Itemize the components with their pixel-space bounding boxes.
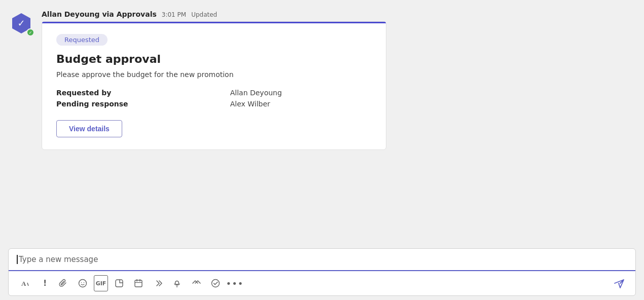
priority-icon[interactable]: ! [36, 275, 52, 291]
pending-response-label: Pending response [56, 100, 218, 108]
compose-area: Type a new message A ! GIF [8, 248, 636, 296]
svg-line-3 [27, 283, 28, 286]
svg-point-5 [79, 280, 87, 287]
svg-text:A: A [21, 280, 26, 287]
compose-toolbar: A ! GIF ••• [9, 271, 635, 295]
view-details-button[interactable]: View details [56, 120, 122, 137]
send-button[interactable] [611, 275, 627, 291]
svg-point-7 [84, 282, 85, 283]
loop-icon[interactable] [150, 275, 166, 291]
message-updated: Updated [191, 11, 217, 18]
sender-name: Allan Deyoung via Approvals [42, 10, 157, 18]
svg-point-15 [212, 280, 220, 287]
emoji-icon[interactable] [75, 275, 91, 291]
svg-point-6 [81, 282, 82, 283]
svg-rect-8 [116, 280, 123, 287]
requested-by-value: Allan Deyoung [230, 89, 372, 97]
card-title: Budget approval [56, 53, 372, 65]
online-badge [26, 28, 34, 36]
svg-text:✓: ✓ [17, 18, 25, 28]
card-description: Please approve the budget for the new pr… [56, 70, 372, 79]
requested-by-label: Requested by [56, 89, 218, 97]
svg-point-13 [175, 281, 179, 285]
sticker-icon[interactable] [111, 275, 127, 291]
gif-icon[interactable]: GIF [94, 275, 108, 291]
sender-avatar: ✓ [10, 12, 34, 36]
more-options-icon[interactable]: ••• [227, 275, 243, 291]
message-time: 3:01 PM [162, 11, 186, 18]
attach-icon[interactable] [55, 275, 71, 291]
compose-input-row[interactable]: Type a new message [9, 249, 635, 271]
schedule-icon[interactable] [130, 275, 147, 291]
card-accent-border [42, 22, 386, 23]
svg-rect-9 [135, 280, 142, 287]
stream-icon[interactable] [188, 275, 204, 291]
audio-icon[interactable] [169, 275, 185, 291]
message-header: Allan Deyoung via Approvals 3:01 PM Upda… [42, 10, 634, 18]
status-badge: Requested [56, 34, 108, 46]
pending-response-value: Alex Wilber [230, 100, 372, 108]
card-meta: Requested by Allan Deyoung Pending respo… [56, 89, 372, 108]
text-cursor [17, 255, 18, 264]
approval-card: Requested Budget approval Please approve… [42, 21, 386, 150]
svg-text:!: ! [43, 279, 47, 288]
format-icon[interactable]: A [17, 275, 33, 291]
compose-placeholder: Type a new message [19, 255, 98, 264]
task-icon[interactable] [207, 275, 224, 291]
message-area: Allan Deyoung via Approvals 3:01 PM Upda… [42, 10, 634, 150]
